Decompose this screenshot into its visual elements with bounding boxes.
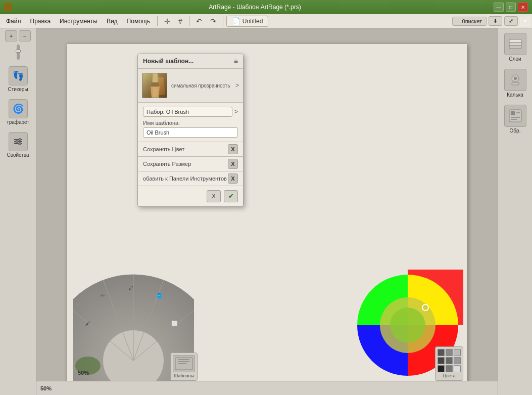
save-size-btn[interactable]: X <box>228 159 238 169</box>
separator-1 <box>157 16 158 26</box>
swatch-item[interactable] <box>454 357 461 364</box>
swatch-item[interactable] <box>454 365 461 372</box>
left-sidebar: + − 👣 Стикеры 🌀 трафарет <box>0 28 36 395</box>
swatch-item[interactable] <box>446 365 453 372</box>
svg-rect-31 <box>509 39 521 42</box>
properties-label: Свойства <box>7 152 29 158</box>
sidebar-item-stickers[interactable]: 👣 Стикеры <box>4 64 32 95</box>
sidebar-item-stencil[interactable]: 🌀 трафарет <box>4 97 32 127</box>
svg-text:🪣: 🪣 <box>156 292 163 299</box>
preset-row: Набор: Oil Brush > <box>143 107 238 117</box>
sidebar-item-layers[interactable]: Слои <box>501 30 529 64</box>
menu-file[interactable]: Файл <box>2 16 25 26</box>
add-panel-row: обавить к Панели Инструментов X <box>138 171 243 186</box>
grid-btn[interactable]: # <box>175 16 186 27</box>
add-panel-label: обавить к Панели Инструментов <box>143 175 227 182</box>
swatch-item[interactable] <box>438 349 445 356</box>
new-preset-dialog: Новый шаблон... ≡ симальная проз <box>137 54 244 207</box>
menubar: Файл Правка Инструменты Вид Помощь ✛ # ↶… <box>0 14 532 28</box>
svg-rect-36 <box>511 111 515 115</box>
stencils-svg <box>174 357 194 371</box>
brush-svg <box>142 73 167 98</box>
canvas-area[interactable]: Новый шаблон... ≡ симальная проз <box>36 28 498 395</box>
separator-3 <box>223 16 223 26</box>
save-color-label: Сохранять Цвет <box>143 146 184 152</box>
zoom-plus-btn[interactable]: + <box>5 30 17 41</box>
redo-btn[interactable]: ↷ <box>207 16 220 27</box>
preset-dropdown[interactable]: Набор: Oil Brush <box>143 107 232 117</box>
window-controls: — □ ✕ <box>494 3 528 12</box>
references-label: Обр. <box>510 128 521 134</box>
vertical-slider[interactable] <box>17 45 20 60</box>
about-btn[interactable]: —0пискет <box>452 17 487 26</box>
swatch-item[interactable] <box>438 357 445 364</box>
svg-text:🖍: 🖍 <box>128 285 133 291</box>
svg-text:🖌: 🖌 <box>85 321 90 326</box>
add-panel-btn[interactable]: X <box>228 173 238 184</box>
svg-text:⬜: ⬜ <box>171 320 178 327</box>
preset-section: Набор: Oil Brush > Имя шаблона: <box>138 103 243 142</box>
swatch-item[interactable] <box>446 349 453 356</box>
swatch-item[interactable] <box>446 357 453 364</box>
close-button[interactable]: ✕ <box>518 3 528 12</box>
dialog-title: Новый шаблон... <box>143 58 194 65</box>
colors-btn[interactable]: Цвета <box>435 346 463 381</box>
sidebar-item-references[interactable]: Обр. <box>501 102 529 136</box>
dialog-header: Новый шаблон... ≡ <box>138 54 243 69</box>
preview-arrow-btn[interactable]: > <box>235 82 239 89</box>
save-size-label: Сохранять Размер <box>143 161 191 167</box>
references-icon <box>504 105 526 127</box>
svg-rect-7 <box>152 82 159 86</box>
menubar-close-btn[interactable]: ✕ <box>520 17 530 26</box>
minimize-button[interactable]: — <box>494 3 504 12</box>
name-field-label: Имя шаблона: <box>143 120 238 126</box>
move-tool-btn[interactable]: ✛ <box>161 16 174 27</box>
preset-arrow-btn[interactable]: > <box>234 108 238 115</box>
menu-help[interactable]: Помощь <box>123 16 154 26</box>
dialog-cancel-btn[interactable]: X <box>207 190 221 202</box>
svg-rect-34 <box>512 82 519 85</box>
preset-name-input[interactable] <box>143 127 238 138</box>
swatch-item[interactable] <box>454 349 461 356</box>
doc-title: Untitled <box>243 18 263 25</box>
tracing-icon <box>504 69 526 91</box>
sidebar-item-tracing[interactable]: Калька <box>501 66 529 100</box>
svg-point-4 <box>15 141 18 143</box>
dialog-list-icon[interactable]: ≡ <box>234 57 238 65</box>
dialog-confirm-btn[interactable]: ✔ <box>224 190 238 202</box>
brush-preview <box>142 73 167 98</box>
app-icon <box>4 3 12 11</box>
doc-icon: 📄 <box>232 17 240 25</box>
sidebar-item-properties[interactable]: Свойства <box>4 129 32 160</box>
menu-tools[interactable]: Инструменты <box>56 16 102 26</box>
fullscreen-btn[interactable]: ⤢ <box>504 16 518 26</box>
tracing-label: Калька <box>507 92 523 98</box>
colors-label: Цвета <box>443 373 455 378</box>
right-toolbar: —0пискет ⬇ ⤢ ✕ <box>452 16 530 26</box>
zoom-display: 50% <box>40 385 52 391</box>
tracing-svg <box>508 72 523 87</box>
download-btn[interactable]: ⬇ <box>489 16 502 26</box>
stickers-icon: 👣 <box>9 66 28 85</box>
save-size-row: Сохранять Размер X <box>138 157 243 171</box>
stencils-icon <box>173 355 195 372</box>
separator-2 <box>189 16 189 26</box>
stencils-label: Шаблоны <box>174 373 194 378</box>
stencil-label: трафарет <box>7 119 29 125</box>
save-color-btn[interactable]: X <box>228 144 238 154</box>
stencil-icon: 🌀 <box>9 99 28 118</box>
undo-btn[interactable]: ↶ <box>192 16 206 27</box>
slider-thumb <box>16 50 21 53</box>
zoom-controls: + − <box>5 30 31 41</box>
stencils-panel-btn[interactable]: Шаблоны <box>170 353 198 381</box>
svg-rect-6 <box>153 73 158 83</box>
menu-edit[interactable]: Правка <box>26 16 55 26</box>
menu-view[interactable]: Вид <box>103 16 122 26</box>
zoom-minus-btn[interactable]: − <box>19 30 31 41</box>
document-tab[interactable]: 📄 Untitled <box>226 16 269 27</box>
zoom-level-display: 50% <box>78 370 89 376</box>
maximize-button[interactable]: □ <box>506 3 516 12</box>
swatch-item[interactable] <box>438 365 445 372</box>
swatch-grid <box>438 349 461 372</box>
right-sidebar: Слои Калька Обр. <box>498 28 532 395</box>
